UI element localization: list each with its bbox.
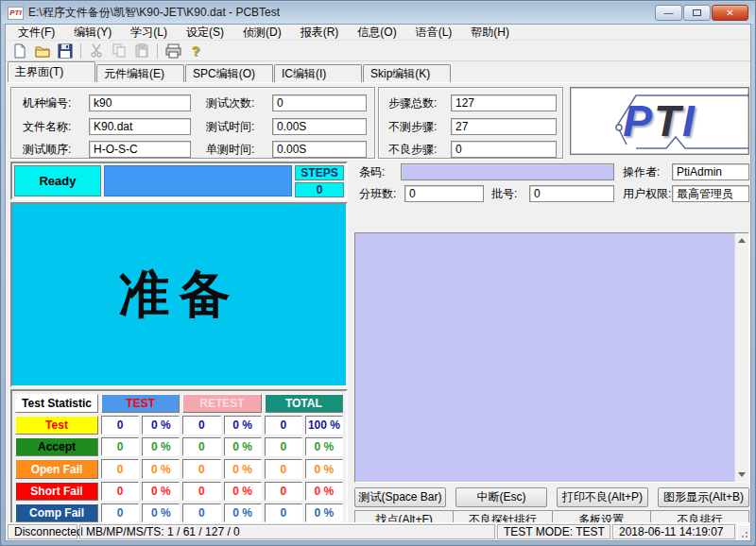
menu-language[interactable]: 语音(L) [407,24,461,42]
stats-header-test: TEST [101,394,180,413]
maximize-button[interactable] [683,5,711,21]
tab-spc-edit[interactable]: SPC编辑(O) [185,64,273,82]
menu-settings[interactable]: 设定(S) [178,24,232,42]
step-info-groupbox: 步骤总数: 不测步骤: 不良步骤: [378,87,563,159]
stats-cell: 0 % [305,482,343,501]
tab-ic-edit[interactable]: IC编辑(I) [274,64,362,82]
menu-learn[interactable]: 学习(L) [122,24,176,42]
batch-number-input[interactable] [529,185,614,202]
tab-main[interactable]: 主界面(T) [8,61,95,82]
result-list-scrollbar[interactable] [734,233,748,482]
multi-board-settings-button[interactable]: 多板设置 [553,511,651,522]
fail-steps-input[interactable] [451,141,557,158]
model-info-groupbox: 机种编号: 测试次数: 文件名称: 测试时间: 测试顺序: 单测时间: [10,87,375,159]
paste-clipboard-icon [135,43,148,58]
stats-cell: 0 % [305,437,343,456]
menu-report[interactable]: 报表(R) [292,24,348,42]
window-title: E:\程序文件备份\凯智\K90-JET\K90.dat - PCBTest [28,5,280,21]
progress-bar [104,165,292,196]
test-mode-status: TEST MODE: TEST [497,524,610,539]
print-button[interactable] [163,42,183,60]
result-list-body[interactable] [355,233,734,482]
test-order-input[interactable] [89,141,191,158]
total-steps-input[interactable] [451,94,557,111]
untested-steps-input[interactable] [451,118,557,135]
cut-scissors-icon [90,43,103,58]
help-button[interactable]: ? [185,42,206,60]
paste-button[interactable] [131,42,152,60]
window-controls: — ✕ [655,5,754,21]
open-folder-icon [35,43,51,59]
stats-cell: 0 [182,437,220,456]
menu-help[interactable]: 帮助(H) [462,24,518,42]
barcode-label: 条码: [359,164,401,180]
model-number-input[interactable] [89,94,191,111]
app-icon: PTI [8,7,24,20]
stats-cell: 0 % [224,416,262,435]
status-bar: Disconnected MB/MP/MS/TS: 1 / 61 / 127 /… [6,522,750,540]
steps-label: STEPS [295,165,344,180]
toolbar-separator [80,43,81,59]
stats-cell: 0 [265,459,302,478]
abort-button[interactable]: 中断(Esc) [455,487,547,507]
class-count-label: 分班数: [359,186,404,202]
stats-cell: 0 % [142,416,180,435]
new-button[interactable] [9,42,30,60]
scroll-down-icon[interactable] [735,468,748,482]
run-status-strip: Ready STEPS 0 [10,162,348,200]
stats-cell: 0 % [142,482,180,501]
operator-input[interactable] [672,163,749,180]
cut-button[interactable] [86,42,107,60]
menu-file[interactable]: 文件(F) [9,24,63,42]
datetime-status: 2018-06-11 14:19:07 [612,524,735,539]
scroll-up-icon[interactable] [735,233,748,247]
minimize-button[interactable]: — [655,5,682,21]
fail-ranking-button[interactable]: 不良排行 [651,511,748,522]
menu-info[interactable]: 信息(O) [349,24,404,42]
save-button[interactable] [55,42,76,60]
menu-bar: 文件(F) 编辑(Y) 学习(L) 设定(S) 侦测(D) 报表(R) 信息(O… [6,25,750,41]
print-fail-button[interactable]: 打印不良(Alt+P) [557,487,648,507]
title-bar[interactable]: PTI E:\程序文件备份\凯智\K90-JET\K90.dat - PCBTe… [2,2,754,24]
steps-box: STEPS 0 [295,165,344,196]
close-button[interactable]: ✕ [712,5,748,21]
tab-component-edit[interactable]: 元件编辑(E) [96,64,184,82]
copy-button[interactable] [109,42,129,60]
model-number-label: 机种编号: [23,95,89,111]
batch-number-label: 批号: [491,186,529,202]
resize-grip[interactable] [737,524,749,539]
stats-cell: 0 % [224,482,262,501]
test-count-input[interactable] [272,94,367,111]
stats-row-label-test: Test [15,416,98,435]
stats-cell: 0 [182,459,220,478]
fail-probe-ranking-button[interactable]: 不良探针排行 [454,511,552,522]
steps-value: 0 [295,182,344,197]
barcode-input[interactable] [401,163,614,180]
find-point-button[interactable]: 找点(Alt+F) [355,511,454,522]
action-button-row-2: 找点(Alt+F) 不良探针排行 多板设置 不良排行 [354,510,749,522]
test-statistics-table: Test Statistic TEST RETEST TOTAL Test 0 … [10,389,348,522]
stats-cell: 0 % [224,437,262,456]
menu-edit[interactable]: 编辑(Y) [65,24,120,42]
file-name-input[interactable] [89,118,191,135]
pti-logo: PTI [570,87,749,155]
stats-cell: 0 [182,416,220,435]
stats-row-label-comp-fail: Comp Fail [15,503,98,522]
graphic-display-button[interactable]: 图形显示(Alt+B) [658,487,749,507]
new-document-icon [12,43,27,59]
single-test-time-input[interactable] [272,141,367,158]
stats-cell: 0 % [305,459,343,478]
user-role-input[interactable] [672,185,749,202]
class-count-input[interactable] [404,185,484,202]
stats-cell: 0 % [224,503,262,522]
stats-cell: 0 [265,437,302,456]
tab-skip-edit[interactable]: Skip编辑(K) [363,64,451,82]
test-time-input[interactable] [272,118,367,135]
open-button[interactable] [32,42,53,60]
test-button[interactable]: 测试(Space Bar) [354,487,446,507]
app-window: PTI E:\程序文件备份\凯智\K90-JET\K90.dat - PCBTe… [0,0,756,546]
stats-cell: 0 % [142,437,180,456]
action-button-row-1: 测试(Space Bar) 中断(Esc) 打印不良(Alt+P) 图形显示(A… [354,487,749,507]
menu-detect[interactable]: 侦测(D) [234,24,290,42]
copy-icon [112,43,127,58]
